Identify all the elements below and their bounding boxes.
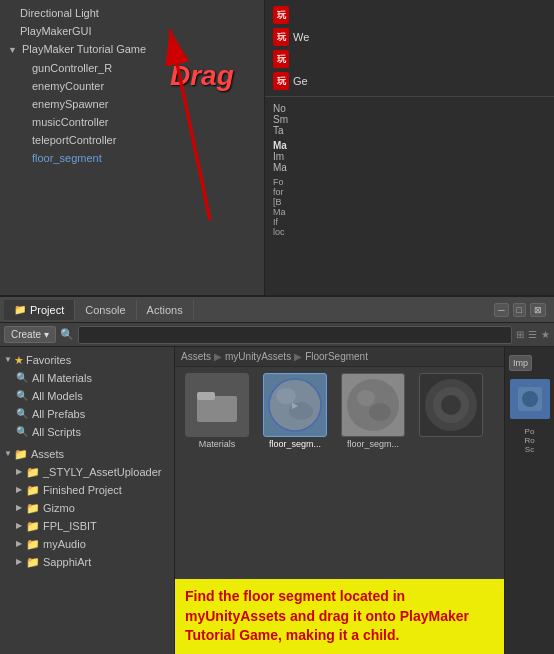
svg-rect-3 <box>197 392 215 400</box>
search-input[interactable] <box>78 326 512 344</box>
all-materials-label: All Materials <box>32 370 92 386</box>
asset-materials-folder[interactable]: Materials <box>181 373 253 449</box>
expand-arrow-icon: ▼ <box>8 45 17 55</box>
tree-finished-project[interactable]: ▶ 📁 Finished Project <box>0 481 174 499</box>
myaudio-label: myAudio <box>43 536 86 552</box>
inspector-item-0: 玩 <box>269 4 550 26</box>
hierarchy-item-playmaker-tutorial-game[interactable]: ▼ PlayMaker Tutorial Game <box>0 40 264 59</box>
floor-segment-selected-thumb: ▶ <box>263 373 327 437</box>
search-icon: 🔍 <box>60 328 74 341</box>
tab-actions[interactable]: Actions <box>137 300 194 320</box>
project-tab-icon: 📁 <box>14 304 26 315</box>
right-panel-top: 玩 玩 We 玩 玩 Ge No Sm Ta Ma Im <box>265 0 554 295</box>
hierarchy-item-music-controller[interactable]: musicController <box>0 113 264 131</box>
magnify-icon-3: 🔍 <box>16 424 28 440</box>
import-strip: Imp PoRoSc <box>504 347 554 654</box>
dark-texture-thumb <box>419 373 483 437</box>
project-toolbar: Create ▾ 🔍 ⊞ ☰ ★ <box>0 323 554 347</box>
tree-assets-header[interactable]: ▼ 📁 Assets <box>0 445 174 463</box>
magnify-icon-1: 🔍 <box>16 388 28 404</box>
badge-1: 玩 <box>273 28 289 46</box>
tab-maximize-button[interactable]: □ <box>513 303 526 317</box>
all-scripts-label: All Scripts <box>32 424 81 440</box>
tree-all-models[interactable]: 🔍 All Models <box>0 387 174 405</box>
import-button[interactable]: Imp <box>509 355 532 371</box>
svg-point-9 <box>347 379 399 431</box>
breadcrumb-assets[interactable]: Assets <box>181 351 211 362</box>
assets-grid: Materials ▶ <box>175 367 504 455</box>
project-tree: ▼ ★ Favorites 🔍 All Materials 🔍 All Mode… <box>0 347 175 654</box>
tab-project-label: Project <box>30 304 64 316</box>
gizmo-arrow-icon: ▶ <box>16 500 26 516</box>
tree-all-scripts[interactable]: 🔍 All Scripts <box>0 423 174 441</box>
asset-dark-texture[interactable] <box>415 373 487 449</box>
finished-project-label: Finished Project <box>43 482 122 498</box>
project-content: ▼ ★ Favorites 🔍 All Materials 🔍 All Mode… <box>0 347 554 654</box>
asset-floor-segment-selected[interactable]: ▶ floor_segm... <box>259 373 331 449</box>
inspector-item-3: 玩 Ge <box>269 70 550 92</box>
inspector-label-we: We <box>293 29 309 45</box>
tree-favorites-header[interactable]: ▼ ★ Favorites <box>0 351 174 369</box>
search-options-button[interactable]: ⊞ <box>516 329 524 340</box>
all-models-label: All Models <box>32 388 83 404</box>
fpl-label: FPL_ISBIT <box>43 518 97 534</box>
tree-sapphiart[interactable]: ▶ 📁 SapphiArt <box>0 553 174 571</box>
magnify-icon-0: 🔍 <box>16 370 28 386</box>
asset-floor-segment-2[interactable]: floor_segm... <box>337 373 409 449</box>
breadcrumb-myunityassets[interactable]: myUnityAssets <box>225 351 291 362</box>
tree-my-audio[interactable]: ▶ 📁 myAudio <box>0 535 174 553</box>
inspector-label-ge: Ge <box>293 73 308 89</box>
instruction-overlay: Find the floor segment located in myUnit… <box>175 579 504 654</box>
floor-segment-label: floor_segment <box>32 152 102 164</box>
tab-actions-label: Actions <box>147 304 183 316</box>
svg-point-16 <box>522 391 538 407</box>
search-filter-button[interactable]: ★ <box>541 329 550 340</box>
tree-all-prefabs[interactable]: 🔍 All Prefabs <box>0 405 174 423</box>
sapphiart-arrow-icon: ▶ <box>16 554 26 570</box>
svg-point-10 <box>357 390 375 406</box>
sm-label: Sm <box>273 114 546 125</box>
ma-label: Ma <box>273 140 546 151</box>
favorites-star-icon: ★ <box>14 352 24 368</box>
badge-3: 玩 <box>273 72 289 90</box>
tree-gizmo[interactable]: ▶ 📁 Gizmo <box>0 499 174 517</box>
breadcrumb-sep-1: ▶ <box>214 351 222 362</box>
floor-segment-2-label: floor_segm... <box>347 439 399 449</box>
tree-all-materials[interactable]: 🔍 All Materials <box>0 369 174 387</box>
tab-console[interactable]: Console <box>75 300 136 320</box>
tab-minimize-button[interactable]: ─ <box>494 303 508 317</box>
styly-label: _STYLY_AssetUploader <box>43 464 161 480</box>
hierarchy-item-floor-segment[interactable]: floor_segment <box>0 149 264 167</box>
svg-point-11 <box>369 403 391 421</box>
inspector-items: 玩 玩 We 玩 玩 Ge <box>265 0 554 96</box>
styly-folder-icon: 📁 <box>26 464 40 480</box>
drag-label: Drag <box>170 60 234 92</box>
all-prefabs-label: All Prefabs <box>32 406 85 422</box>
inspector-item-2: 玩 <box>269 48 550 70</box>
tab-lock-button[interactable]: ⊠ <box>530 303 546 317</box>
tree-styly-uploader[interactable]: ▶ 📁 _STYLY_AssetUploader <box>0 463 174 481</box>
tab-project[interactable]: 📁 Project <box>4 300 75 320</box>
floor-segment-selected-label: floor_segm... <box>269 439 321 449</box>
hierarchy-panel: Directional Light PlayMakerGUI ▼ PlayMak… <box>0 0 265 295</box>
project-panel: 📁 Project Console Actions ─ □ ⊠ Create ▾… <box>0 295 554 654</box>
badge-0: 玩 <box>273 6 289 24</box>
finished-arrow-icon: ▶ <box>16 482 26 498</box>
top-section: Directional Light PlayMakerGUI ▼ PlayMak… <box>0 0 554 295</box>
assets-area: Assets ▶ myUnityAssets ▶ FloorSegment <box>175 347 504 654</box>
ma2-label: Ma <box>273 162 546 173</box>
breadcrumb-floorsegment: FloorSegment <box>305 351 368 362</box>
create-button[interactable]: Create ▾ <box>4 326 56 343</box>
hierarchy-item-directional-light[interactable]: Directional Light <box>0 4 264 22</box>
hierarchy-item-playmaker-gui[interactable]: PlayMakerGUI <box>0 22 264 40</box>
directional-light-label: Directional Light <box>20 7 99 19</box>
search-label-button[interactable]: ☰ <box>528 329 537 340</box>
hierarchy-item-enemy-spawner[interactable]: enemySpawner <box>0 95 264 113</box>
hierarchy-item-teleport-controller[interactable]: teleportController <box>0 131 264 149</box>
tree-fpl-isbit[interactable]: ▶ 📁 FPL_ISBIT <box>0 517 174 535</box>
assets-folder-icon: 📁 <box>14 446 28 462</box>
badge-2: 玩 <box>273 50 289 68</box>
fpl-arrow-icon: ▶ <box>16 518 26 534</box>
sapphiart-folder-icon: 📁 <box>26 554 40 570</box>
instruction-text: Find the floor segment located in myUnit… <box>185 588 469 643</box>
